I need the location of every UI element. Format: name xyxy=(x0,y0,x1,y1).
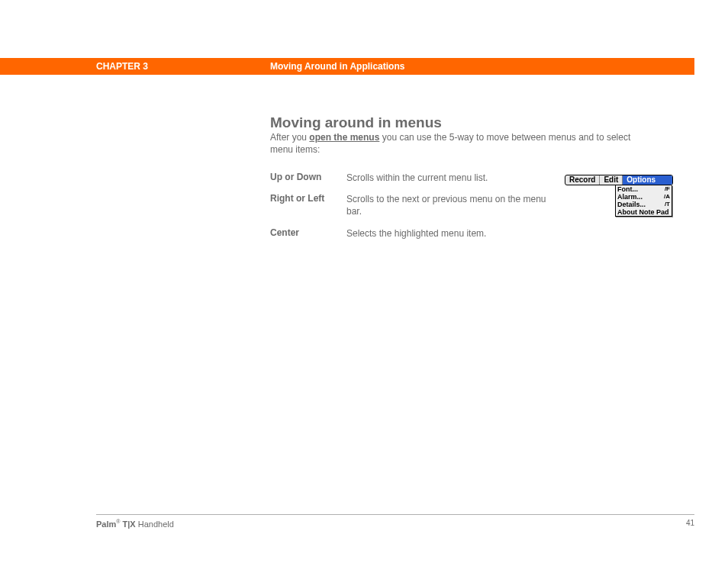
footer-suffix: Handheld xyxy=(138,520,174,529)
definition-term: Center xyxy=(270,227,346,240)
definition-list: Up or Down Scrolls within the current me… xyxy=(270,172,560,249)
chapter-title: Moving Around in Applications xyxy=(270,61,404,72)
figure-menu-item: Font... /F xyxy=(616,185,672,193)
intro-text-before: After you xyxy=(270,132,309,143)
definition-term: Right or Left xyxy=(270,193,346,217)
figure-dropdown: Font... /F Alarm... /A Details... /T Abo… xyxy=(615,185,672,217)
document-page: CHAPTER 3 Moving Around in Applications … xyxy=(0,0,728,563)
chapter-label: CHAPTER 3 xyxy=(96,61,148,72)
figure-menu-item-label: Font... xyxy=(617,185,638,193)
figure-menubar: Record Edit Options xyxy=(565,175,673,185)
footer-model: T|X xyxy=(123,520,136,529)
figure-menu-item-hint: /A xyxy=(664,193,670,201)
figure-menubar-tab-selected: Options xyxy=(623,175,672,185)
definition-row: Center Selects the highlighted menu item… xyxy=(270,227,560,240)
footer-rule xyxy=(96,514,694,515)
figure-menu-item: About Note Pad xyxy=(616,208,672,216)
intro-paragraph: After you open the menus you can use the… xyxy=(270,131,652,156)
figure-menu-item-label: About Note Pad xyxy=(617,208,669,216)
open-menus-link[interactable]: open the menus xyxy=(309,132,379,143)
definition-desc: Selects the highlighted menu item. xyxy=(346,227,560,240)
figure-menu-item: Alarm... /A xyxy=(616,193,672,201)
figure-menu-item: Details... /T xyxy=(616,201,672,208)
section-heading: Moving around in menus xyxy=(270,114,442,131)
figure-menubar-tab: Edit xyxy=(600,175,623,185)
definition-row: Right or Left Scrolls to the next or pre… xyxy=(270,193,560,217)
figure-menubar-tab: Record xyxy=(565,175,600,185)
figure-menu-item-label: Details... xyxy=(617,201,646,208)
figure-menu-item-label: Alarm... xyxy=(617,193,643,201)
chapter-header-bar: CHAPTER 3 Moving Around in Applications xyxy=(0,58,694,75)
menu-figure: Record Edit Options Font... /F Alarm... … xyxy=(565,175,673,217)
definition-desc: Scrolls to the next or previous menu on … xyxy=(346,193,560,217)
footer-product: Palm® T|X Handheld xyxy=(96,519,174,529)
definition-term: Up or Down xyxy=(270,172,346,184)
footer-brand: Palm xyxy=(96,520,116,529)
page-number: 41 xyxy=(686,519,694,527)
definition-desc: Scrolls within the current menu list. xyxy=(346,172,560,184)
figure-menu-item-hint: /F xyxy=(665,185,670,193)
figure-menu-item-hint: /T xyxy=(665,201,670,208)
registered-icon: ® xyxy=(116,519,120,524)
definition-row: Up or Down Scrolls within the current me… xyxy=(270,172,560,184)
